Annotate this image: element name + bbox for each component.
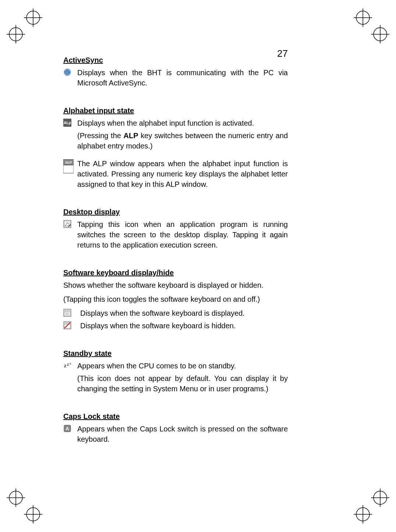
svg-text:ALp: ALp	[64, 121, 71, 125]
crop-mark-icon	[354, 8, 372, 27]
standby-heading: Standby state	[63, 349, 288, 358]
crop-mark-icon	[371, 489, 389, 507]
desktop-icon	[63, 220, 71, 228]
crop-mark-icon	[24, 505, 42, 524]
page-number: 27	[277, 48, 288, 59]
alphabet-text2: (Pressing the ALP key switches between t…	[77, 130, 288, 151]
software-kb-heading: Software keyboard display/hide	[63, 269, 288, 277]
software-kb-intro2: (Tapping this icon toggles the software …	[63, 294, 288, 304]
capslock-text: Appears when the Caps Lock switch is pre…	[77, 424, 288, 444]
desktop-heading: Desktop display	[63, 208, 288, 216]
svg-text:z: z	[64, 363, 66, 368]
software-kb-intro1: Shows whether the software keyboard is d…	[63, 280, 288, 290]
svg-text:z: z	[70, 362, 71, 365]
svg-text:A: A	[66, 426, 69, 431]
standby-text1: Appears when the CPU comes to be on stan…	[77, 361, 288, 371]
alphabet-text1: Displays when the alphabet input functio…	[77, 118, 288, 128]
software-kb-shown-text: Displays when the software keyboard is d…	[77, 308, 288, 318]
svg-rect-31	[63, 165, 74, 173]
svg-text:ALP: ALP	[65, 161, 72, 164]
svg-text:z: z	[67, 363, 69, 367]
standby-text2: (This icon does not appear by default. Y…	[77, 373, 288, 394]
alp-status-icon: ALp	[63, 119, 71, 127]
crop-mark-icon	[371, 25, 389, 43]
alp-window-icon: ALP	[63, 159, 74, 174]
activesync-heading: ActiveSync	[63, 56, 288, 64]
crop-mark-icon	[24, 8, 42, 27]
keyboard-shown-icon	[63, 309, 71, 317]
keyboard-hidden-icon	[63, 321, 71, 329]
standby-icon: z z z	[63, 361, 72, 369]
crop-mark-icon	[7, 25, 25, 43]
alphabet-heading: Alphabet input state	[63, 106, 288, 115]
alphabet-text3: The ALP window appears when the alphabet…	[77, 158, 288, 189]
desktop-text: Tapping this icon when an application pr…	[77, 219, 288, 250]
activesync-icon	[63, 68, 71, 76]
activesync-text: Displays when the BHT is communicating w…	[77, 67, 288, 88]
software-kb-hidden-text: Displays when the software keyboard is h…	[77, 321, 288, 331]
capslock-heading: Caps Lock state	[63, 412, 288, 421]
crop-mark-icon	[354, 505, 372, 524]
crop-mark-icon	[7, 489, 25, 507]
capslock-icon: A	[63, 424, 71, 433]
